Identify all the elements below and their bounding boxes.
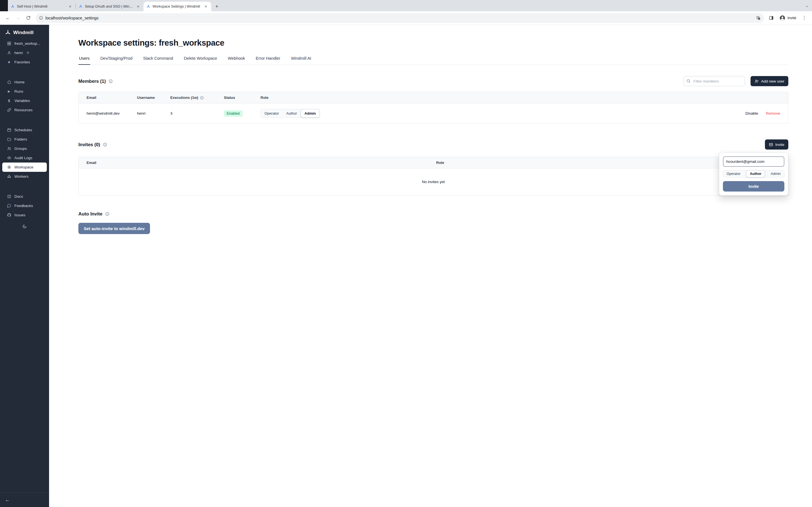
windmill-favicon [11, 4, 15, 8]
info-icon[interactable] [103, 143, 107, 147]
tab-title: Setup OAuth and SSO | Windm [85, 4, 133, 8]
windmill-brand[interactable]: Windmill [0, 25, 49, 37]
add-new-user-button[interactable]: Add new user [751, 76, 788, 86]
role-author-button[interactable]: Author [283, 109, 301, 117]
tab-dev-staging-prod[interactable]: Dev/Staging/Prod [100, 56, 133, 64]
sidebar-item-label: Runs [14, 89, 23, 94]
disable-button[interactable]: Disable [746, 111, 758, 115]
sidebar-item-label: Schedules [14, 128, 32, 132]
sidebar-item-label: Workers [14, 174, 29, 179]
sidebar-item-audit-logs[interactable]: Audit Logs [2, 153, 47, 163]
side-panel-icon[interactable] [767, 13, 776, 22]
invite-role-group: Operator Author Admin [723, 170, 784, 177]
member-role-group: Operator Author Admin [260, 109, 320, 118]
info-icon[interactable] [109, 79, 113, 83]
popover-invite-submit-button[interactable]: Invite [723, 181, 784, 191]
star-icon: ★ [7, 60, 11, 64]
invite-email-input[interactable] [723, 156, 784, 167]
sidebar-item-feedbacks[interactable]: Feedbacks [2, 201, 47, 210]
sidebar-item-resources[interactable]: Resources [2, 105, 47, 115]
forward-button[interactable]: → [13, 13, 22, 22]
chat-icon [7, 204, 11, 208]
invite-button-label: Invite [775, 143, 784, 147]
auto-invite-section: Auto Invite Set auto-invite to windmill.… [79, 211, 788, 234]
invites-heading: Invites (0) [79, 142, 100, 147]
member-username: henri [134, 103, 167, 123]
tab-slack-command[interactable]: Slack Command [143, 56, 174, 64]
popover-role-operator-button[interactable]: Operator [723, 170, 744, 177]
browser-tab-oauth[interactable]: Setup OAuth and SSO | Windm × [76, 2, 144, 11]
status-badge: Enabled [224, 110, 243, 117]
calendar-icon [7, 128, 11, 132]
remove-button[interactable]: Remove [766, 111, 780, 115]
tab-users[interactable]: Users [79, 56, 90, 65]
sidebar-item-schedules[interactable]: Schedules [2, 125, 47, 135]
browser-tab-self-host[interactable]: Self Host | Windmill × [8, 2, 75, 11]
dark-mode-toggle[interactable] [0, 221, 49, 231]
back-button[interactable]: ← [3, 13, 12, 22]
info-icon[interactable] [200, 96, 204, 100]
set-auto-invite-button[interactable]: Set auto-invite to windmill.dev [79, 223, 150, 234]
sidebar-item-runs[interactable]: ▶ Runs [2, 87, 47, 96]
sidebar-workspace-selector[interactable]: fresh_worksp... [2, 39, 47, 48]
role-admin-button[interactable]: Admin [301, 109, 320, 118]
windmill-logo-icon [5, 30, 11, 36]
info-icon[interactable] [105, 212, 109, 216]
role-operator-button[interactable]: Operator [261, 109, 283, 117]
gear-icon [7, 165, 11, 169]
sidebar-collapse-button[interactable]: ← [0, 493, 49, 507]
browser-profile-button[interactable]: Invité [777, 14, 799, 22]
browser-tab-workspace-settings[interactable]: Workspace Settings | Windmill × [144, 2, 211, 11]
sidebar-item-label: Docs [14, 194, 23, 199]
search-icon [686, 79, 691, 83]
col-invite-email: Email [79, 157, 434, 168]
close-icon[interactable]: × [68, 4, 73, 9]
browser-menu-icon[interactable]: ⋮ [800, 13, 809, 22]
col-email: Email [79, 92, 134, 103]
close-icon[interactable]: × [203, 4, 208, 9]
browser-toolbar: ← → localhost/workspace_settings Invité … [0, 11, 812, 25]
book-icon [7, 194, 11, 199]
tab-windmill-ai[interactable]: Windmill AI [290, 56, 312, 64]
members-table: Email Username Executions (1w) [79, 92, 788, 124]
sidebar-item-workers[interactable]: Workers [2, 172, 47, 181]
member-executions: 3 [167, 103, 221, 123]
sidebar-item-home[interactable]: Home [2, 77, 47, 87]
users-icon [7, 147, 11, 151]
sidebar-item-favorites[interactable]: ★ Favorites [2, 57, 47, 67]
tab-title: Self Host | Windmill [17, 4, 65, 8]
close-icon[interactable]: × [136, 4, 141, 9]
tab-webhook[interactable]: Webhook [227, 56, 246, 64]
site-info-icon[interactable] [39, 16, 43, 20]
windmill-favicon [146, 4, 150, 8]
home-icon [7, 80, 11, 84]
reload-button[interactable] [24, 13, 33, 22]
filter-members-input[interactable] [683, 76, 745, 86]
invite-button[interactable]: Invite [765, 139, 788, 150]
invite-popover: Operator Author Admin Invite [719, 152, 788, 195]
sidebar-item-issues[interactable]: Issues [2, 210, 47, 220]
sidebar: Windmill fresh_worksp... henri ♔ ★ Favor… [0, 25, 49, 507]
sidebar-user-menu[interactable]: henri ♔ [2, 48, 47, 57]
chevron-down-icon[interactable]: ⌄ [805, 0, 809, 11]
sidebar-item-variables[interactable]: $ Variables [2, 96, 47, 105]
sidebar-item-workspace[interactable]: Workspace [2, 163, 47, 172]
tab-delete-workspace[interactable]: Delete Workspace [183, 56, 218, 64]
sidebar-item-groups[interactable]: Groups [2, 144, 47, 153]
moon-icon [22, 224, 27, 229]
sidebar-item-label: Issues [14, 213, 26, 217]
popover-role-admin-button[interactable]: Admin [767, 170, 784, 177]
tab-error-handler[interactable]: Error Handler [255, 56, 281, 64]
new-tab-button[interactable]: + [213, 3, 221, 10]
translate-icon[interactable] [756, 16, 761, 20]
popover-role-author-button[interactable]: Author [746, 170, 765, 177]
address-bar[interactable]: localhost/workspace_settings [36, 13, 764, 23]
sidebar-item-label: Groups [14, 147, 27, 151]
col-username: Username [134, 92, 167, 103]
user-plus-icon [755, 79, 759, 83]
sidebar-item-docs[interactable]: Docs [2, 192, 47, 201]
play-icon: ▶ [7, 90, 11, 93]
avatar-icon [779, 15, 785, 21]
member-email: henri@windmill.dev [79, 103, 134, 123]
sidebar-item-folders[interactable]: Folders [2, 135, 47, 144]
